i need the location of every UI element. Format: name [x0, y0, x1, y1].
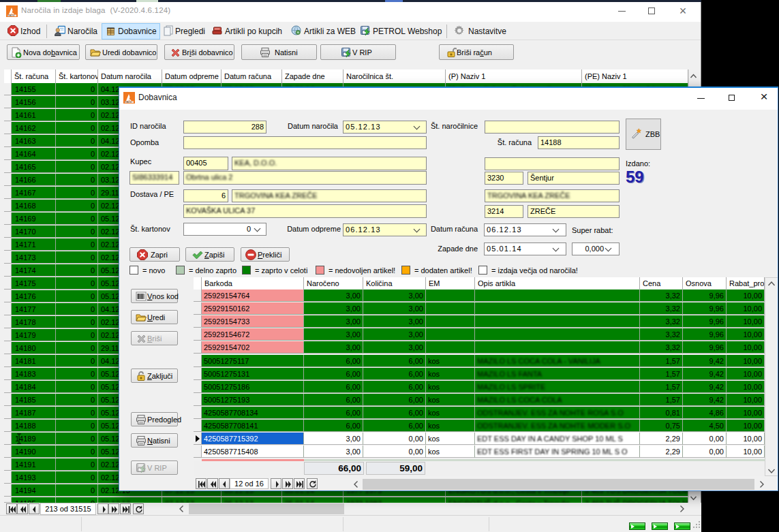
svg-text:KVA2.00: KVA2.00: [7, 14, 15, 17]
svg-text:KVA2.00: KVA2.00: [125, 101, 132, 104]
